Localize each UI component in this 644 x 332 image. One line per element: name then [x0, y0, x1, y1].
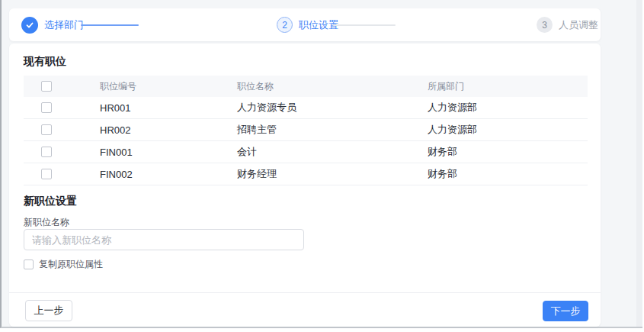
column-header-department: 所属部门 [428, 80, 588, 93]
row-checkbox[interactable] [41, 169, 52, 179]
step-label: 人员调整 [559, 18, 598, 32]
cell-position-name: 会计 [237, 145, 428, 159]
copy-attributes-checkbox[interactable] [24, 259, 34, 269]
copy-attributes-row: 复制原职位属性 [24, 258, 103, 271]
cell-position-code: HR002 [100, 124, 237, 136]
table-row: FIN002 财务经理 财务部 [24, 163, 588, 185]
new-position-title: 新职位设置 [24, 195, 77, 208]
next-step-button[interactable]: 下一步 [543, 301, 588, 321]
table-header-row: 职位编号 职位名称 所属部门 [24, 76, 588, 97]
scrollbar-track[interactable] [636, 0, 642, 327]
step-connector-line [81, 24, 139, 26]
table-row: HR001 人力资源专员 人力资源部 [24, 97, 588, 119]
step-number-circle: 3 [537, 17, 553, 33]
step-number-circle: 2 [277, 17, 293, 33]
page-frame: 选择部门 2 职位设置 3 人员调整 现有职位 职位编号 [0, 0, 642, 328]
new-position-name-input[interactable] [24, 229, 304, 250]
copy-attributes-label: 复制原职位属性 [39, 258, 103, 271]
step-connector-line [333, 24, 396, 26]
cell-department: 人力资源部 [428, 123, 588, 137]
wizard-footer: 上一步 下一步 [9, 292, 601, 327]
cell-position-code: FIN002 [100, 169, 237, 180]
main-panel: 现有职位 职位编号 职位名称 所属部门 HR001 人力资源专员 人力资源部 [9, 44, 601, 327]
check-icon [25, 21, 34, 30]
new-position-name-label: 新职位名称 [24, 216, 69, 229]
cell-position-name: 财务经理 [237, 167, 428, 181]
cell-department: 财务部 [428, 145, 588, 159]
table-row: FIN001 会计 财务部 [24, 141, 588, 163]
wizard-dialog: 选择部门 2 职位设置 3 人员调整 现有职位 职位编号 [0, 0, 644, 332]
table-row: HR002 招聘主管 人力资源部 [24, 119, 588, 141]
column-header-name: 职位名称 [237, 80, 428, 93]
select-all-checkbox[interactable] [41, 81, 52, 92]
row-checkbox[interactable] [41, 147, 52, 157]
step-position-setup[interactable]: 2 职位设置 [277, 8, 338, 41]
cell-position-name: 招聘主管 [237, 123, 428, 137]
prev-step-button[interactable]: 上一步 [25, 300, 72, 321]
step-label: 选择部门 [44, 18, 84, 32]
step-select-department[interactable]: 选择部门 [21, 8, 84, 41]
cell-department: 财务部 [428, 167, 588, 181]
cell-position-code: FIN001 [100, 147, 237, 158]
row-checkbox[interactable] [41, 124, 52, 135]
cell-position-name: 人力资源专员 [237, 101, 428, 114]
column-header-code: 职位编号 [100, 80, 237, 93]
existing-positions-title: 现有职位 [24, 55, 66, 69]
row-checkbox[interactable] [41, 102, 52, 113]
stepper: 选择部门 2 职位设置 3 人员调整 [9, 8, 601, 41]
cell-department: 人力资源部 [428, 101, 588, 114]
cell-position-code: HR001 [100, 102, 237, 114]
step-personnel-adjust[interactable]: 3 人员调整 [537, 8, 598, 41]
existing-positions-table: 职位编号 职位名称 所属部门 HR001 人力资源专员 人力资源部 HR002 … [24, 76, 588, 185]
step-completed-circle [21, 17, 38, 34]
